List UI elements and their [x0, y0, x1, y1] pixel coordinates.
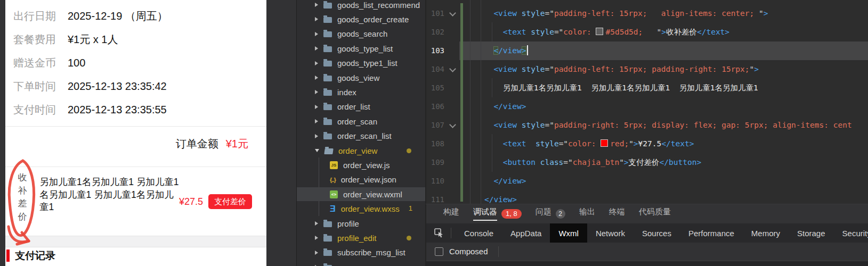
tree-item-label: order_view: [338, 146, 377, 155]
tree-item-clipped[interactable]: [297, 260, 425, 266]
wechat-devtools-window: 出行日期2025-12-19 （周五）套餐费用¥1元 x 1人赠送金币100下单…: [0, 0, 868, 266]
tree-item-order_view.json[interactable]: {..}order_view.json: [297, 173, 425, 187]
bracket-match-highlight: <: [493, 46, 498, 55]
tree-item-goods_list_recommend[interactable]: goods_list_recommend: [297, 0, 425, 12]
tree-item-profile[interactable]: profile: [297, 217, 425, 230]
folder-icon: [323, 236, 332, 242]
devtools-tab-security[interactable]: Security: [834, 223, 868, 243]
chevron-down-icon[interactable]: [315, 149, 319, 152]
chevron-right-icon[interactable]: [315, 46, 318, 51]
panel-tab-构建[interactable]: 构建: [443, 207, 459, 221]
panel-tab-终端[interactable]: 终端: [609, 207, 625, 221]
tree-item-profile_edit[interactable]: profile_edit: [297, 231, 425, 245]
composed-option-row: Composed: [426, 243, 868, 260]
line-number: 106: [428, 97, 444, 116]
tab-badge: 2: [556, 209, 565, 219]
tab-badge: 1, 8: [501, 209, 522, 219]
code-line[interactable]: 110 </view>: [426, 172, 868, 190]
chevron-right-icon[interactable]: [315, 3, 318, 7]
devtools-tab-sources[interactable]: Sources: [634, 223, 680, 243]
tree-item-label: order_scan_list: [337, 131, 392, 140]
wxss-file-icon: Ǝ: [330, 205, 336, 213]
fold-chevron-icon[interactable]: [449, 65, 456, 72]
devtools-tab-memory[interactable]: Memory: [743, 223, 789, 243]
code-line[interactable]: 101 <view style="padding-left: 15rpx; al…: [426, 4, 868, 23]
line-number: 110: [428, 172, 444, 190]
tree-item-index[interactable]: index: [297, 85, 425, 99]
chevron-right-icon[interactable]: [315, 17, 318, 21]
code-line[interactable]: 108 <text style="color: red;">¥27.5</tex…: [426, 135, 868, 153]
code-line[interactable]: 105 另加儿童1名另加儿童1 另加儿童1名另加儿童1 另加儿童1名另加儿童1: [426, 79, 868, 97]
code-line[interactable]: 107 <view style="padding-right: 5rpx; di…: [426, 116, 868, 135]
tree-item-goods_type1_list[interactable]: goods_type1_list: [297, 56, 425, 70]
chevron-right-icon[interactable]: [315, 32, 318, 36]
chevron-right-icon[interactable]: [315, 134, 318, 138]
folder-icon: [323, 90, 332, 96]
code-line[interactable]: 102 <text style="color: #5d5d5d; ">收补差价<…: [426, 23, 868, 41]
tree-item-order_scan[interactable]: order_scan: [297, 114, 425, 128]
tree-item-order_view.wxss[interactable]: Ǝorder_view.wxss1: [297, 202, 425, 216]
code-line[interactable]: 103 </view>: [426, 41, 868, 60]
tree-item-order_view.js[interactable]: JSorder_view.js: [297, 158, 425, 172]
panel-tab-输出[interactable]: 输出: [579, 207, 595, 221]
folder-icon: [323, 3, 332, 9]
devtools-tab-wxml[interactable]: Wxml: [550, 223, 587, 243]
detail-label: 套餐费用: [13, 28, 56, 51]
pay-record-title: 支付记录: [15, 248, 55, 263]
chevron-right-icon[interactable]: [315, 76, 318, 80]
tree-item-order_view[interactable]: order_view: [297, 144, 425, 157]
tree-item-order_list[interactable]: order_list: [297, 100, 425, 114]
separator: [451, 228, 451, 238]
chevron-right-icon[interactable]: [315, 90, 318, 94]
code-line[interactable]: 111 </view>: [426, 190, 868, 204]
tree-item-order_view.wxml[interactable]: <>order_view.wxml: [297, 187, 425, 201]
line-number: 104: [428, 60, 444, 79]
folder-icon: [323, 104, 332, 110]
order-amount-label: 订单金额: [176, 138, 226, 149]
tree-item-goods_search[interactable]: goods_search: [297, 27, 425, 41]
tree-item-goods_view[interactable]: goods_view: [297, 71, 425, 85]
tree-item-goods_type_list[interactable]: goods_type_list: [297, 41, 425, 55]
tree-item-label: goods_type1_list: [337, 59, 398, 68]
chevron-right-icon[interactable]: [315, 251, 318, 255]
open-folder-icon: [324, 148, 334, 154]
panel-tab-代码质量[interactable]: 代码质量: [639, 207, 671, 221]
chevron-right-icon[interactable]: [315, 105, 318, 109]
inspect-element-icon[interactable]: [434, 228, 444, 238]
tree-item-order_scan_list[interactable]: order_scan_list: [297, 129, 425, 143]
tree-item-subscribe_msg_list[interactable]: subscribe_msg_list: [297, 246, 425, 260]
panel-tab-调试器[interactable]: 调试器1, 8: [473, 207, 522, 221]
devtools-tab-network[interactable]: Network: [587, 223, 634, 243]
element-tree-clipped-row: [426, 261, 868, 266]
folder-icon: [323, 31, 332, 37]
fold-chevron-icon[interactable]: [449, 10, 456, 16]
code-line[interactable]: 109 <button class="chajia_btn">支付差价</but…: [426, 153, 868, 172]
code-line[interactable]: 104 <view style="padding-left: 15rpx; pa…: [426, 60, 868, 79]
devtools-tab-performance[interactable]: Performance: [680, 223, 743, 243]
line-number: 109: [428, 153, 444, 172]
code-editor[interactable]: 101 <view style="padding-left: 15rpx; al…: [425, 0, 868, 204]
tree-item-label: order_view.json: [341, 175, 396, 184]
composed-checkbox[interactable]: [435, 247, 443, 256]
devtools-tab-console[interactable]: Console: [456, 223, 502, 243]
window-edge-strip: [0, 0, 5, 266]
text-cursor: [527, 45, 528, 55]
debugger-panel: 构建调试器1, 8问题2输出终端代码质量 ConsoleAppDataWxmlN…: [425, 204, 868, 266]
simulator-margin: [266, 0, 297, 266]
chevron-right-icon[interactable]: [315, 236, 318, 240]
chevron-right-icon[interactable]: [315, 221, 318, 226]
panel-tab-问题[interactable]: 问题2: [536, 207, 565, 221]
code-line[interactable]: 106 </view>: [426, 97, 868, 116]
separator: [498, 246, 499, 257]
pay-difference-button[interactable]: 支付差价: [208, 194, 252, 209]
chevron-right-icon[interactable]: [315, 119, 318, 123]
order-detail-row: 出行日期2025-12-19 （周五）: [5, 4, 266, 28]
chevron-right-icon[interactable]: [315, 61, 318, 65]
tree-item-label: order_view.wxss: [341, 204, 400, 213]
tree-item-goods_order_create[interactable]: goods_order_create: [297, 12, 425, 26]
fold-chevron-icon[interactable]: [449, 121, 456, 128]
devtools-tab-appdata[interactable]: AppData: [502, 223, 550, 243]
tree-item-label: profile: [337, 219, 359, 228]
devtools-tab-storage[interactable]: Storage: [789, 223, 834, 243]
modified-dot: [407, 148, 411, 153]
